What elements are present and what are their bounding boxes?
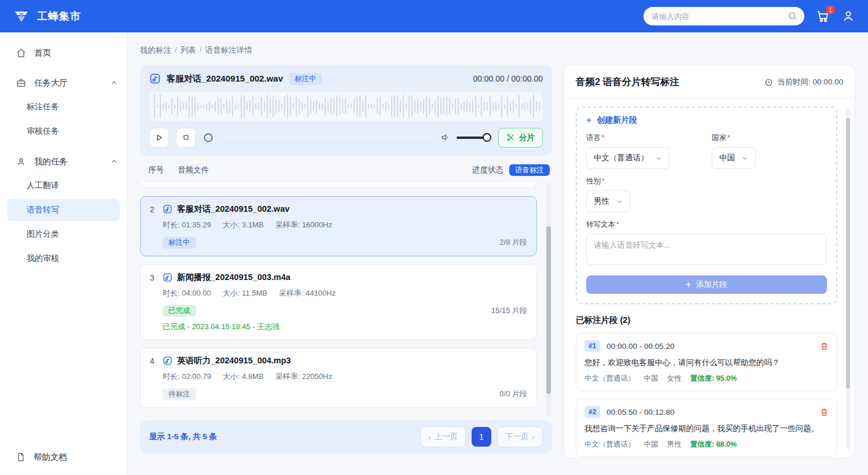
audio-file-icon <box>163 204 172 214</box>
stop-icon <box>182 134 190 141</box>
cart-button[interactable]: 1 <box>816 9 830 23</box>
file-sample-rate: 采样率: 22050Hz <box>275 371 332 382</box>
file-card-partial[interactable] <box>140 182 537 188</box>
search-box <box>643 7 804 25</box>
file-duration: 时长: 01:35.29 <box>163 220 211 230</box>
sidebar-item-human-translation[interactable]: 人工翻译 <box>7 175 120 197</box>
col-file: 音频文件 <box>178 165 209 175</box>
volume-icon <box>441 133 450 142</box>
segment-time-range: 00:05.50 - 00:12.80 <box>606 408 674 417</box>
add-segment-button[interactable]: + 添加片段 <box>586 275 827 294</box>
chevron-down-icon <box>656 155 662 161</box>
scrollbar-thumb[interactable] <box>546 226 551 394</box>
document-icon <box>16 452 25 462</box>
segment-id-badge: #1 <box>584 340 600 352</box>
language-select[interactable]: 中文（普通话） <box>586 147 670 169</box>
segment-confidence: 置信度: 88.0% <box>690 440 737 450</box>
split-button[interactable]: 分片 <box>498 128 543 148</box>
chevron-down-icon <box>742 155 748 161</box>
audio-file-icon <box>163 273 172 282</box>
volume-slider[interactable] <box>457 137 487 139</box>
list-scrollbar[interactable] <box>546 182 551 416</box>
scrollbar-thumb[interactable] <box>846 118 850 389</box>
current-time: 当前时间: 00:00.00 <box>777 77 843 87</box>
file-size: 大小: 11.5MB <box>223 288 267 299</box>
segment-card: #1 00:00.00 - 00:05.20 您好，欢迎致电客服中心，请问有什么… <box>576 333 837 391</box>
gender-select[interactable]: 男性 <box>586 190 630 212</box>
sidebar-item-annotation-tasks[interactable]: 标注任务 <box>7 96 120 118</box>
loop-button[interactable] <box>203 132 214 143</box>
file-sample-rate: 采样率: 44100Hz <box>279 288 336 299</box>
file-size: 大小: 4.8MB <box>223 371 264 382</box>
file-card[interactable]: 4 英语听力_20240915_004.mp3 时长: 02:00.79 大小:… <box>140 348 537 408</box>
pagination: 显示 1-5 条, 共 5 条 ‹上一页 1 下一页› <box>140 421 552 453</box>
file-duration: 时长: 02:00.79 <box>163 371 211 382</box>
segment-language: 中文（普通话） <box>584 440 635 450</box>
file-status-badge: 待标注 <box>163 388 196 400</box>
file-index: 3 <box>148 272 157 333</box>
sidebar-item-task-hall[interactable]: 任务大厅 <box>0 71 127 95</box>
file-completion-note: 已完成 - 2023.04.15 18:45 - 王志强 <box>163 322 527 332</box>
play-icon <box>155 134 163 142</box>
country-label: 国家 <box>712 134 726 142</box>
annotation-panel: 音频2 语音分片转写标注 当前时间: 00:00.00 + 创建新片段 <box>564 65 855 458</box>
cart-badge: 1 <box>826 5 835 14</box>
briefcase-icon <box>16 78 26 88</box>
panel-scrollbar[interactable] <box>846 108 850 450</box>
trash-icon <box>820 408 829 417</box>
country-select[interactable]: 中国 <box>712 147 756 169</box>
sidebar-item-review-tasks[interactable]: 审核任务 <box>7 120 120 142</box>
required-mark: * <box>602 177 605 185</box>
next-page-button[interactable]: 下一页› <box>497 426 543 447</box>
file-segments-count: 0/0 片段 <box>499 389 527 399</box>
page-1-button[interactable]: 1 <box>472 427 491 447</box>
file-size: 大小: 3.1MB <box>223 220 264 230</box>
required-mark: * <box>727 134 730 142</box>
play-button[interactable] <box>149 128 169 148</box>
scissors-icon <box>506 133 515 142</box>
chevron-down-icon <box>616 198 623 205</box>
sidebar-item-speech-transcription[interactable]: 语音转写 <box>7 199 120 221</box>
segment-text: 您好，欢迎致电客服中心，请问有什么可以帮助您的吗？ <box>584 358 829 368</box>
language-label: 语言 <box>586 134 601 142</box>
home-icon <box>16 48 26 58</box>
file-card[interactable]: 3 新闻播报_20240915_003.m4a 时长: 04:00.00 大小:… <box>140 264 537 340</box>
chevron-up-icon <box>111 79 117 86</box>
file-segments-count: 2/8 片段 <box>499 237 527 248</box>
search-input[interactable] <box>643 7 804 25</box>
sidebar-item-help-docs[interactable]: 帮助文档 <box>0 445 127 469</box>
transcript-textarea[interactable] <box>586 234 827 265</box>
clock-icon <box>764 78 773 87</box>
breadcrumb-my-annotations[interactable]: 我的标注 <box>140 45 171 56</box>
file-card[interactable]: 2 客服对话_20240915_002.wav 时长: 01:35.29 大小:… <box>140 196 537 256</box>
brand[interactable]: 工蜂集市 <box>13 8 81 25</box>
plus-icon: + <box>586 115 591 126</box>
file-card[interactable]: 5 多语言对话_20240915_005.wav 时长: 05:00.19 大小… <box>140 416 537 417</box>
plus-icon: + <box>686 279 691 290</box>
volume-slider-thumb[interactable] <box>483 133 491 142</box>
search-icon[interactable] <box>788 11 797 21</box>
prev-page-button[interactable]: ‹上一页 <box>420 426 466 447</box>
waveform[interactable] <box>149 92 543 121</box>
col-status: 进度状态 <box>472 165 503 175</box>
file-name: 新闻播报_20240915_003.m4a <box>177 272 290 283</box>
user-avatar-button[interactable] <box>841 9 855 23</box>
loop-icon <box>203 132 214 143</box>
stop-button[interactable] <box>176 128 196 148</box>
breadcrumb-list[interactable]: 列表 <box>181 45 196 56</box>
sidebar-item-home[interactable]: 首页 <box>0 40 127 65</box>
required-mark: * <box>602 134 605 142</box>
breadcrumb: 我的标注 / 列表 / 语音标注详情 <box>140 45 855 56</box>
sidebar-item-my-reviews[interactable]: 我的审核 <box>7 248 120 270</box>
brand-name: 工蜂集市 <box>37 9 81 23</box>
delete-segment-button[interactable] <box>820 342 829 351</box>
sidebar-item-image-classification[interactable]: 图片分类 <box>7 223 120 245</box>
list-header: 序号 音频文件 进度状态 语音标注 <box>140 156 552 183</box>
player-progress-bar[interactable] <box>221 136 434 139</box>
delete-segment-button[interactable] <box>820 408 829 417</box>
audio-player-card: 客服对话_20240915_002.wav 标注中 00:00.00 / 00:… <box>140 65 552 156</box>
chevron-left-icon: ‹ <box>428 433 431 441</box>
sidebar-item-my-tasks[interactable]: 我的任务 <box>0 149 127 174</box>
segment-card: #2 00:05.50 - 00:12.80 我想咨询一下关于产品保修期的问题，… <box>576 399 837 457</box>
segment-time-range: 00:00.00 - 00:05.20 <box>606 342 674 351</box>
